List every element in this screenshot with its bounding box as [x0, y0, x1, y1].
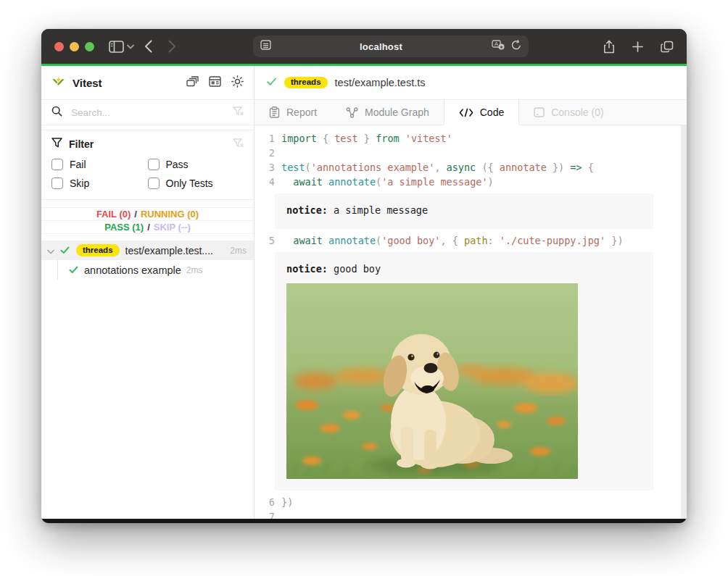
summary-separator: /: [134, 209, 137, 220]
test-tree: threads test/example.test.... 2ms annota…: [41, 241, 254, 280]
clear-filters-icon[interactable]: [233, 138, 244, 151]
svg-text:★: ★: [499, 45, 502, 49]
checkbox-icon[interactable]: [148, 159, 160, 170]
tree-guide-line: [57, 260, 58, 280]
checkbox-label: Skip: [70, 178, 89, 189]
chevron-down-icon[interactable]: [47, 244, 54, 257]
line-number: 4: [255, 175, 281, 189]
code-line: 3test('annotations example', async ({ an…: [255, 160, 675, 175]
address-bar[interactable]: localhost A ★: [253, 36, 529, 57]
filter-checkbox-pass[interactable]: Pass: [148, 155, 244, 174]
sidebar-menu-chevron-icon[interactable]: [127, 44, 134, 49]
search-icon: [51, 106, 62, 120]
test-duration: 2ms: [230, 246, 247, 256]
test-file-row[interactable]: threads test/example.test.... 2ms: [41, 241, 254, 260]
dashboard-icon[interactable]: [209, 76, 221, 90]
filter-checkbox-only-tests[interactable]: Only Tests: [148, 174, 244, 193]
annotation-notice: notice: a simple message: [275, 193, 653, 229]
zoom-window-button[interactable]: [85, 42, 94, 51]
fail-count: FAIL (0): [96, 209, 131, 220]
sidebar-toggle-icon[interactable]: [109, 41, 124, 53]
vitest-logo-icon: [51, 75, 65, 91]
skip-count: SKIP (--): [154, 222, 191, 233]
minimize-window-button[interactable]: [70, 42, 79, 51]
url-text: localhost: [271, 41, 492, 52]
code-line: 6}): [255, 495, 675, 509]
code-line: 7: [255, 509, 675, 519]
scrollbar[interactable]: [681, 125, 687, 519]
summary-separator: /: [147, 222, 150, 233]
search-row: [41, 100, 254, 125]
tab-label: Console (0): [551, 107, 603, 118]
test-case-name: annotations example: [84, 264, 181, 276]
checkbox-icon[interactable]: [51, 178, 63, 189]
code-icon: [459, 108, 473, 117]
test-duration: 2ms: [186, 265, 203, 275]
svg-text:A: A: [494, 41, 497, 47]
tab-label: Report: [286, 107, 317, 118]
tab-report[interactable]: Report: [255, 100, 331, 125]
sidebar-header: Vitest: [41, 66, 254, 100]
file-header: threads test/example.test.ts: [255, 66, 687, 100]
filter-checkbox-skip[interactable]: Skip: [51, 174, 148, 193]
code-viewer: 1import { test } from 'vitest'23test('an…: [255, 125, 687, 519]
pass-count: PASS (1): [104, 222, 144, 233]
sidebar: Vitest: [41, 66, 255, 519]
back-button[interactable]: [144, 40, 152, 53]
code-text: await annotate('good boy', { path: './cu…: [281, 233, 624, 248]
theme-toggle-sun-icon[interactable]: [231, 75, 244, 91]
pass-check-icon: [60, 244, 70, 257]
puppy-photo: [286, 283, 578, 479]
translate-icon[interactable]: A ★: [492, 40, 505, 53]
tab-console-0[interactable]: Console (0): [519, 100, 618, 125]
reload-icon[interactable]: [511, 40, 521, 54]
main-panel: threads test/example.test.ts ReportModul…: [255, 66, 687, 519]
running-count: RUNNING (0): [141, 209, 199, 220]
tab-code[interactable]: Code: [444, 100, 519, 125]
close-window-button[interactable]: [54, 42, 64, 51]
tab-bar: ReportModule GraphCodeConsole (0): [255, 100, 687, 125]
test-summary: FAIL (0) / RUNNING (0) PASS (1) / SKIP (…: [41, 207, 254, 234]
line-number: 3: [255, 160, 281, 175]
tab-overview-icon[interactable]: [661, 41, 674, 53]
pool-badge: threads: [284, 77, 328, 89]
app-title: Vitest: [73, 77, 102, 89]
file-path: test/example.test.ts: [335, 77, 426, 88]
browser-window: localhost A ★: [41, 29, 687, 523]
tab-module-graph[interactable]: Module Graph: [331, 100, 444, 125]
code-line: 2: [255, 146, 675, 160]
search-input[interactable]: [70, 107, 233, 119]
code-text: test('annotations example', async ({ ann…: [281, 160, 594, 175]
traffic-lights: [54, 42, 94, 51]
collapse-panels-icon[interactable]: [186, 76, 199, 90]
share-icon[interactable]: [603, 40, 615, 54]
clear-search-filter-icon[interactable]: [233, 106, 244, 119]
code-line: 5 await annotate('good boy', { path: './…: [255, 233, 675, 248]
line-number: 7: [255, 509, 281, 519]
line-number: 2: [255, 146, 281, 160]
checkbox-icon[interactable]: [148, 178, 160, 189]
module-graph-icon: [346, 107, 358, 118]
annotation-notice: notice: good boy: [275, 252, 653, 491]
console-icon: [534, 107, 545, 117]
line-number: 5: [255, 233, 281, 248]
filter-options: FailPassSkipOnly Tests: [51, 155, 244, 193]
new-tab-icon[interactable]: [632, 41, 643, 52]
tab-label: Module Graph: [365, 107, 429, 118]
forward-button[interactable]: [168, 40, 176, 53]
pass-check-icon: [266, 76, 277, 89]
code-line: 4 await annotate('a simple message'): [255, 175, 675, 189]
checkbox-label: Fail: [70, 159, 86, 170]
filter-checkbox-fail[interactable]: Fail: [51, 155, 148, 174]
checkbox-icon[interactable]: [51, 159, 63, 170]
screenshot-canvas: localhost A ★: [0, 0, 728, 576]
line-number: 1: [255, 131, 281, 146]
checkbox-label: Pass: [166, 159, 189, 170]
filter-panel: Filter FailPassSkipOnly Tests: [41, 130, 254, 200]
test-case-row[interactable]: annotations example 2ms: [41, 260, 254, 280]
browser-titlebar: localhost A ★: [41, 29, 687, 64]
pool-badge: threads: [76, 244, 120, 256]
window-bottom-edge: [41, 519, 687, 523]
tab-label: Code: [480, 107, 504, 118]
website-settings-icon[interactable]: [260, 40, 271, 53]
